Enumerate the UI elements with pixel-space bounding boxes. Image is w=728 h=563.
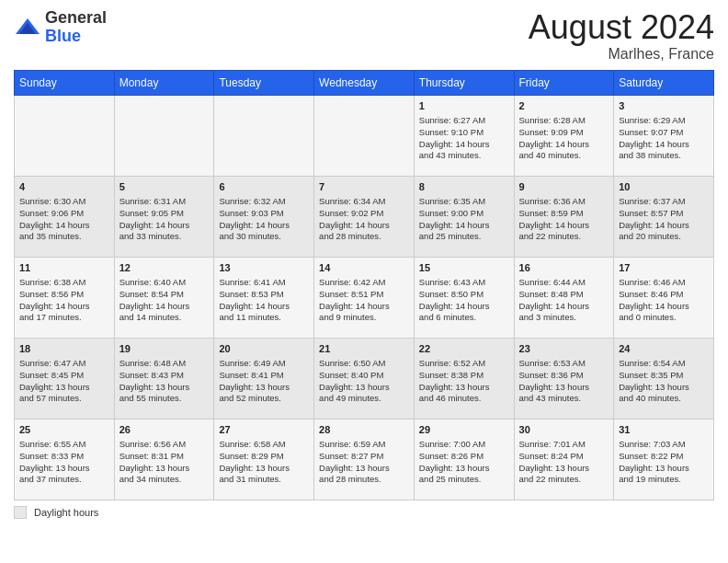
day-number: 2 (519, 99, 609, 113)
day-number: 9 (519, 180, 609, 194)
calendar-cell (314, 95, 415, 176)
day-number: 14 (319, 261, 409, 275)
day-number: 20 (219, 342, 309, 356)
calendar-week-3: 11Sunrise: 6:38 AM Sunset: 8:56 PM Dayli… (15, 257, 714, 338)
logo-text-blue: Blue (45, 27, 81, 45)
day-number: 4 (19, 180, 109, 194)
calendar-cell: 22Sunrise: 6:52 AM Sunset: 8:38 PM Dayli… (414, 338, 514, 419)
day-info: Sunrise: 6:41 AM Sunset: 8:53 PM Dayligh… (219, 277, 309, 324)
day-number: 10 (619, 180, 709, 194)
calendar-week-1: 1Sunrise: 6:27 AM Sunset: 9:10 PM Daylig… (15, 95, 714, 176)
weekday-header-friday: Friday (514, 70, 614, 95)
title-block: August 2024 Marlhes, France (529, 9, 714, 63)
day-info: Sunrise: 6:55 AM Sunset: 8:33 PM Dayligh… (19, 439, 109, 486)
calendar-cell (214, 95, 314, 176)
day-number: 27 (219, 423, 309, 437)
day-info: Sunrise: 6:49 AM Sunset: 8:41 PM Dayligh… (219, 358, 309, 405)
month-year-title: August 2024 (529, 9, 714, 46)
daylight-legend-label: Daylight hours (34, 507, 98, 518)
calendar-cell: 18Sunrise: 6:47 AM Sunset: 8:45 PM Dayli… (15, 338, 115, 419)
day-info: Sunrise: 7:00 AM Sunset: 8:26 PM Dayligh… (419, 439, 509, 486)
weekday-header-wednesday: Wednesday (314, 70, 415, 95)
day-info: Sunrise: 6:29 AM Sunset: 9:07 PM Dayligh… (619, 115, 709, 162)
day-info: Sunrise: 6:54 AM Sunset: 8:35 PM Dayligh… (619, 358, 709, 405)
day-info: Sunrise: 6:32 AM Sunset: 9:03 PM Dayligh… (219, 196, 309, 243)
day-info: Sunrise: 6:40 AM Sunset: 8:54 PM Dayligh… (119, 277, 210, 324)
calendar-cell: 15Sunrise: 6:43 AM Sunset: 8:50 PM Dayli… (414, 257, 514, 338)
weekday-header-tuesday: Tuesday (214, 70, 314, 95)
day-info: Sunrise: 6:34 AM Sunset: 9:02 PM Dayligh… (319, 196, 409, 243)
day-info: Sunrise: 7:01 AM Sunset: 8:24 PM Dayligh… (519, 439, 609, 486)
page-header: General Blue August 2024 Marlhes, France (14, 9, 714, 63)
calendar-cell (114, 95, 214, 176)
day-info: Sunrise: 6:46 AM Sunset: 8:46 PM Dayligh… (619, 277, 709, 324)
calendar-cell: 7Sunrise: 6:34 AM Sunset: 9:02 PM Daylig… (314, 176, 415, 257)
day-number: 30 (519, 423, 609, 437)
day-number: 29 (419, 423, 509, 437)
logo-icon (14, 14, 41, 41)
day-number: 19 (119, 342, 210, 356)
calendar-cell (15, 95, 115, 176)
day-number: 21 (319, 342, 409, 356)
calendar-week-2: 4Sunrise: 6:30 AM Sunset: 9:06 PM Daylig… (15, 176, 714, 257)
weekday-header-sunday: Sunday (15, 70, 115, 95)
calendar-cell: 14Sunrise: 6:42 AM Sunset: 8:51 PM Dayli… (314, 257, 415, 338)
day-number: 16 (519, 261, 609, 275)
day-info: Sunrise: 6:47 AM Sunset: 8:45 PM Dayligh… (19, 358, 109, 405)
day-number: 26 (119, 423, 210, 437)
calendar-table: SundayMondayTuesdayWednesdayThursdayFrid… (14, 70, 714, 500)
day-number: 5 (119, 180, 210, 194)
calendar-cell: 3Sunrise: 6:29 AM Sunset: 9:07 PM Daylig… (614, 95, 714, 176)
day-info: Sunrise: 6:30 AM Sunset: 9:06 PM Dayligh… (19, 196, 109, 243)
day-info: Sunrise: 6:59 AM Sunset: 8:27 PM Dayligh… (319, 439, 409, 486)
calendar-cell: 27Sunrise: 6:58 AM Sunset: 8:29 PM Dayli… (214, 419, 314, 500)
day-info: Sunrise: 6:31 AM Sunset: 9:05 PM Dayligh… (119, 196, 210, 243)
day-number: 7 (319, 180, 409, 194)
calendar-cell: 21Sunrise: 6:50 AM Sunset: 8:40 PM Dayli… (314, 338, 415, 419)
day-number: 15 (419, 261, 509, 275)
weekday-header-monday: Monday (114, 70, 214, 95)
footer: Daylight hours (14, 506, 714, 519)
day-info: Sunrise: 7:03 AM Sunset: 8:22 PM Dayligh… (619, 439, 709, 486)
day-number: 23 (519, 342, 609, 356)
day-number: 31 (619, 423, 709, 437)
day-info: Sunrise: 6:35 AM Sunset: 9:00 PM Dayligh… (419, 196, 509, 243)
calendar-cell: 6Sunrise: 6:32 AM Sunset: 9:03 PM Daylig… (214, 176, 314, 257)
calendar-cell: 17Sunrise: 6:46 AM Sunset: 8:46 PM Dayli… (614, 257, 714, 338)
calendar-cell: 30Sunrise: 7:01 AM Sunset: 8:24 PM Dayli… (514, 419, 614, 500)
calendar-cell: 5Sunrise: 6:31 AM Sunset: 9:05 PM Daylig… (114, 176, 214, 257)
calendar-cell: 16Sunrise: 6:44 AM Sunset: 8:48 PM Dayli… (514, 257, 614, 338)
day-info: Sunrise: 6:36 AM Sunset: 8:59 PM Dayligh… (519, 196, 609, 243)
day-info: Sunrise: 6:58 AM Sunset: 8:29 PM Dayligh… (219, 439, 309, 486)
calendar-cell: 20Sunrise: 6:49 AM Sunset: 8:41 PM Dayli… (214, 338, 314, 419)
day-info: Sunrise: 6:52 AM Sunset: 8:38 PM Dayligh… (419, 358, 509, 405)
calendar-cell: 26Sunrise: 6:56 AM Sunset: 8:31 PM Dayli… (114, 419, 214, 500)
day-number: 25 (19, 423, 109, 437)
day-number: 18 (19, 342, 109, 356)
calendar-cell: 25Sunrise: 6:55 AM Sunset: 8:33 PM Dayli… (15, 419, 115, 500)
day-info: Sunrise: 6:37 AM Sunset: 8:57 PM Dayligh… (619, 196, 709, 243)
calendar-cell: 4Sunrise: 6:30 AM Sunset: 9:06 PM Daylig… (15, 176, 115, 257)
day-info: Sunrise: 6:43 AM Sunset: 8:50 PM Dayligh… (419, 277, 509, 324)
day-number: 13 (219, 261, 309, 275)
day-number: 3 (619, 99, 709, 113)
day-info: Sunrise: 6:42 AM Sunset: 8:51 PM Dayligh… (319, 277, 409, 324)
weekday-header-thursday: Thursday (414, 70, 514, 95)
day-number: 8 (419, 180, 509, 194)
day-info: Sunrise: 6:44 AM Sunset: 8:48 PM Dayligh… (519, 277, 609, 324)
calendar-cell: 19Sunrise: 6:48 AM Sunset: 8:43 PM Dayli… (114, 338, 214, 419)
day-info: Sunrise: 6:50 AM Sunset: 8:40 PM Dayligh… (319, 358, 409, 405)
weekday-header-saturday: Saturday (614, 70, 714, 95)
day-number: 24 (619, 342, 709, 356)
calendar-cell: 31Sunrise: 7:03 AM Sunset: 8:22 PM Dayli… (614, 419, 714, 500)
calendar-week-4: 18Sunrise: 6:47 AM Sunset: 8:45 PM Dayli… (15, 338, 714, 419)
logo: General Blue (14, 9, 107, 46)
day-info: Sunrise: 6:28 AM Sunset: 9:09 PM Dayligh… (519, 115, 609, 162)
calendar-cell: 9Sunrise: 6:36 AM Sunset: 8:59 PM Daylig… (514, 176, 614, 257)
day-info: Sunrise: 6:38 AM Sunset: 8:56 PM Dayligh… (19, 277, 109, 324)
day-number: 28 (319, 423, 409, 437)
day-info: Sunrise: 6:27 AM Sunset: 9:10 PM Dayligh… (419, 115, 509, 162)
logo-text-general: General (45, 8, 107, 27)
weekday-header-row: SundayMondayTuesdayWednesdayThursdayFrid… (15, 70, 714, 95)
calendar-cell: 28Sunrise: 6:59 AM Sunset: 8:27 PM Dayli… (314, 419, 415, 500)
